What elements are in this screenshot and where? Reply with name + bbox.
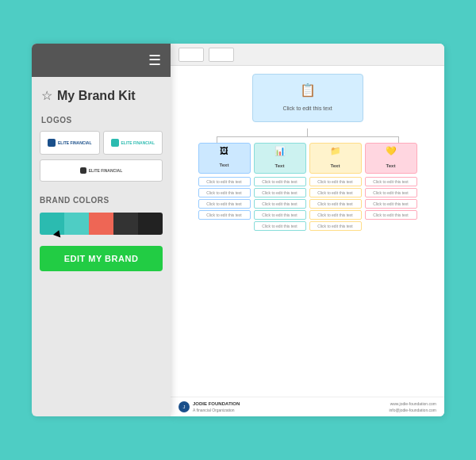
footer-right: www.jodie-foundation.com info@jodie-foun… [389, 401, 436, 413]
main-container: ☰ ☆ My Brand Kit LOGOS ELITE FINANCIAL E… [32, 44, 444, 416]
swatch-4[interactable] [113, 213, 138, 235]
doc-footer: J JODIE FOUNDATION A financial Organizat… [171, 397, 444, 416]
cell-yellow-1[interactable]: Click to edit this text [309, 177, 362, 186]
brand-colors-section: BRAND COLORS [32, 188, 171, 238]
node-teal-icon: 📊 [258, 146, 302, 156]
node-pink-icon: 💛 [369, 146, 413, 156]
second-row: 🖼 Text 📊 Text 📁 Text 💛 Text [182, 143, 433, 174]
footer-org-subtitle: A financial Organization [193, 408, 240, 412]
node-blue-icon: 🖼 [202, 146, 247, 155]
swatch-5[interactable] [138, 213, 163, 235]
node-blue[interactable]: 🖼 Text [198, 143, 251, 174]
top-node-text[interactable]: Click to edit this text [282, 105, 332, 111]
doc-content: 📋 Click to edit this text 🖼 Text 📊 [171, 66, 444, 416]
cell-blue-4[interactable]: Click to edit this text [198, 210, 251, 220]
toolbar-button-1[interactable] [178, 48, 204, 62]
toolbar-button-2[interactable] [209, 48, 234, 62]
logo-icon-2 [111, 139, 119, 147]
logo-box-1[interactable]: ELITE FINANCIAL [40, 131, 100, 155]
footer-logo-icon: J [178, 401, 190, 412]
cell-yellow-2[interactable]: Click to edit this text [309, 188, 362, 197]
logo-text-2: ELITE FINANCIAL [121, 140, 155, 145]
footer-website: www.jodie-foundation.com [389, 401, 436, 407]
cell-teal-2[interactable]: Click to edit this text [254, 188, 306, 197]
cell-pink-2[interactable]: Click to edit this text [365, 188, 417, 197]
logos-section-label: LOGOS [32, 111, 171, 128]
colors-section-label: BRAND COLORS [40, 194, 163, 208]
node-yellow[interactable]: 📁 Text [309, 143, 362, 174]
left-panel: ☰ ☆ My Brand Kit LOGOS ELITE FINANCIAL E… [32, 44, 171, 416]
column-yellow: Click to edit this text Click to edit th… [309, 177, 362, 231]
cell-teal-3[interactable]: Click to edit this text [254, 199, 306, 209]
column-teal: Click to edit this text Click to edit th… [254, 177, 306, 231]
cell-yellow-4[interactable]: Click to edit this text [309, 210, 362, 220]
right-panel: 📋 Click to edit this text 🖼 Text 📊 [171, 44, 444, 416]
footer-left: J JODIE FOUNDATION A financial Organizat… [178, 401, 240, 412]
cell-yellow-5[interactable]: Click to edit this text [309, 221, 362, 231]
logo-text-3: ELITE FINANCIAL [89, 168, 123, 173]
brand-title-row: ☆ My Brand Kit [32, 77, 171, 111]
top-node-box[interactable]: 📋 Click to edit this text [252, 74, 363, 122]
cell-pink-1[interactable]: Click to edit this text [365, 177, 417, 186]
cell-teal-1[interactable]: Click to edit this text [254, 177, 306, 186]
edit-my-brand-button[interactable]: EDIT MY BRAND [40, 246, 163, 271]
cell-blue-3[interactable]: Click to edit this text [198, 199, 251, 209]
footer-org-info: JODIE FOUNDATION A financial Organizatio… [193, 401, 240, 412]
h-branch [217, 136, 399, 143]
rows-section: Click to edit this text Click to edit th… [182, 177, 433, 231]
hamburger-icon[interactable]: ☰ [148, 52, 161, 69]
node-pink-label: Text [386, 163, 396, 168]
left-header: ☰ [32, 44, 171, 77]
logo-box-wide[interactable]: ELITE FINANCIAL [40, 159, 163, 182]
swatch-3[interactable] [89, 213, 113, 235]
cell-blue-2[interactable]: Click to edit this text [198, 188, 251, 197]
logo-box-2[interactable]: ELITE FINANCIAL [103, 131, 163, 155]
logo-icon-3 [80, 167, 86, 174]
node-yellow-label: Text [331, 163, 340, 168]
cell-teal-5[interactable]: Click to edit this text [254, 221, 306, 231]
cell-yellow-3[interactable]: Click to edit this text [309, 199, 362, 209]
node-yellow-icon: 📁 [313, 146, 358, 156]
footer-org-name: JODIE FOUNDATION [193, 401, 240, 407]
org-chart: 📋 Click to edit this text 🖼 Text 📊 [182, 74, 433, 231]
node-blue-label: Text [220, 163, 229, 167]
logos-grid: ELITE FINANCIAL ELITE FINANCIAL ELITE FI… [32, 128, 171, 188]
swatch-2[interactable] [64, 213, 89, 235]
cell-teal-4[interactable]: Click to edit this text [254, 210, 306, 220]
cell-pink-4[interactable]: Click to edit this text [365, 210, 417, 220]
column-pink: Click to edit this text Click to edit th… [365, 177, 417, 231]
logo-text-1: ELITE FINANCIAL [58, 140, 92, 145]
cell-pink-3[interactable]: Click to edit this text [365, 199, 417, 209]
top-node-icon: 📋 [261, 82, 355, 98]
cell-blue-1[interactable]: Click to edit this text [198, 177, 251, 186]
star-icon: ☆ [41, 88, 52, 103]
top-node-section: 📋 Click to edit this text [182, 74, 433, 143]
brand-title: My Brand Kit [57, 89, 136, 103]
color-with-cursor [40, 213, 163, 235]
logo-icon-1 [48, 139, 56, 147]
top-connector [307, 128, 308, 136]
footer-email: info@jodie-foundation.com [389, 407, 436, 413]
node-teal-label: Text [275, 163, 285, 168]
node-teal[interactable]: 📊 Text [254, 143, 306, 174]
column-blue: Click to edit this text Click to edit th… [198, 177, 251, 231]
node-pink[interactable]: 💛 Text [365, 143, 417, 174]
doc-toolbar [171, 44, 444, 66]
